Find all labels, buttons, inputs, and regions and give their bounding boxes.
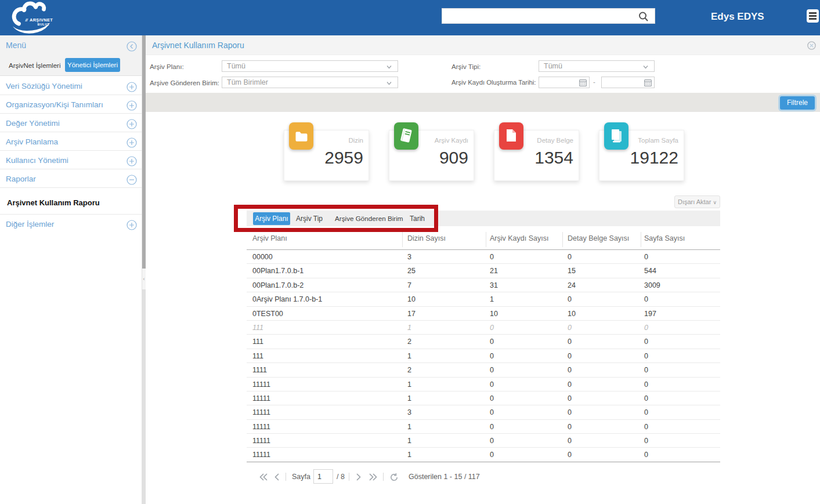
svg-text:BULUT: BULUT bbox=[38, 23, 50, 26]
svg-text:ARŞIVNET: ARŞIVNET bbox=[30, 17, 53, 23]
svg-text://: // bbox=[25, 17, 28, 23]
